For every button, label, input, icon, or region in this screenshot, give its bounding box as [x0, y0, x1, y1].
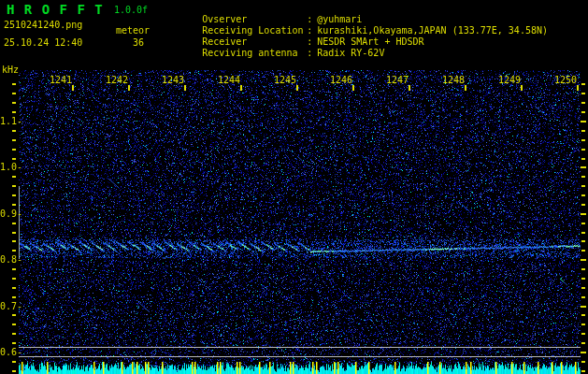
info-value: @yuhmari: [317, 14, 362, 24]
time-tick: [128, 85, 130, 91]
time-tick: [521, 85, 523, 91]
hrofft-screen: H R O F F T 1.0.0f 2510241240.png meteor…: [0, 0, 588, 374]
freq-minor-tick-right: [581, 111, 585, 113]
freq-minor-tick-left: [12, 314, 16, 316]
freq-minor-tick-right: [581, 361, 585, 363]
freq-minor-tick-right: [581, 333, 585, 335]
freq-label: 0.8-: [0, 255, 18, 265]
freq-minor-tick-left: [12, 149, 16, 151]
freq-minor-tick-left: [12, 204, 16, 206]
event-count: 36: [133, 38, 144, 48]
freq-minor-tick-left: [12, 268, 16, 270]
time-label: 1245: [273, 76, 297, 85]
time-label: 1250: [553, 76, 578, 85]
freq-minor-tick-right: [581, 342, 585, 344]
time-tick: [352, 85, 354, 91]
info-colon: :: [307, 48, 312, 59]
filename-label: 2510241240.png: [4, 21, 82, 30]
freq-minor-tick-right: [581, 314, 585, 316]
time-tick: [240, 85, 242, 91]
freq-minor-tick-left: [12, 158, 16, 160]
time-label: 1242: [105, 76, 129, 85]
freq-minor-tick-left: [12, 111, 16, 113]
info-label: Receiving Location: [202, 25, 307, 36]
freq-major-tick-right: [581, 121, 586, 122]
observer-info-table: Ovserver:@yuhmari Receiving Location:kur…: [168, 3, 548, 48]
freq-label: 1.0-: [0, 163, 18, 172]
freq-minor-tick-right: [581, 278, 585, 280]
freq-label: 0.7-: [0, 302, 18, 311]
freq-minor-tick-left: [12, 278, 16, 280]
info-value: Radix RY-62V: [317, 48, 384, 58]
info-colon: :: [307, 14, 312, 25]
info-colon: :: [307, 36, 312, 48]
time-tick: [577, 85, 579, 91]
freq-minor-tick-right: [581, 287, 585, 289]
freq-minor-tick-left: [12, 370, 16, 372]
time-label: 1241: [49, 76, 73, 85]
freq-minor-tick-right: [581, 232, 585, 234]
freq-minor-tick-left: [12, 194, 16, 196]
info-value: kurashiki,Okayama,JAPAN (133.77E, 34.58N…: [317, 25, 548, 36]
freq-major-tick-right: [581, 306, 586, 308]
time-tick: [184, 85, 186, 91]
freq-minor-tick-left: [12, 223, 16, 224]
freq-minor-tick-right: [581, 223, 585, 224]
freq-minor-tick-right: [581, 324, 585, 325]
freq-minor-tick-left: [12, 83, 16, 85]
freq-minor-tick-right: [581, 158, 585, 160]
version-label: 1.0.0f: [114, 6, 148, 15]
info-label: Receiver: [202, 36, 307, 48]
freq-unit-label: kHz: [2, 65, 19, 75]
freq-minor-tick-right: [581, 102, 585, 104]
info-label: Ovserver: [202, 14, 307, 25]
freq-minor-tick-left: [12, 342, 16, 344]
freq-label: 0.6-: [0, 348, 18, 357]
info-row: Ovserver:@yuhmari: [168, 3, 548, 14]
time-label: 1243: [161, 76, 185, 85]
time-label: 1246: [329, 76, 353, 85]
freq-minor-tick-left: [12, 250, 16, 252]
freq-major-tick-right: [581, 166, 586, 168]
freq-minor-tick-left: [12, 176, 16, 178]
freq-minor-tick-left: [12, 139, 16, 141]
freq-minor-tick-right: [581, 204, 585, 206]
time-tick: [72, 85, 74, 91]
time-tick: [409, 85, 410, 91]
freq-minor-tick-left: [12, 240, 16, 242]
freq-minor-tick-left: [12, 333, 16, 335]
freq-minor-tick-right: [581, 194, 585, 196]
freq-minor-tick-right: [581, 185, 585, 187]
info-colon: :: [307, 25, 312, 36]
spectrogram-canvas: [19, 70, 581, 374]
freq-minor-tick-right: [581, 370, 585, 372]
freq-minor-tick-right: [581, 130, 585, 132]
freq-major-tick-right: [581, 352, 586, 353]
time-label: 1244: [217, 76, 241, 85]
freq-minor-tick-left: [12, 185, 16, 187]
freq-minor-tick-right: [581, 240, 585, 242]
freq-minor-tick-left: [12, 93, 16, 94]
freq-label: 0.9-: [0, 209, 18, 219]
freq-minor-tick-left: [12, 102, 16, 104]
freq-minor-tick-left: [12, 287, 16, 289]
freq-minor-tick-right: [581, 149, 585, 151]
freq-minor-tick-right: [581, 83, 585, 85]
freq-minor-tick-right: [581, 296, 585, 298]
freq-minor-tick-left: [12, 296, 16, 298]
freq-minor-tick-left: [12, 130, 16, 132]
freq-major-tick-right: [581, 259, 586, 261]
app-title: H R O F F T: [7, 3, 104, 16]
freq-major-tick-right: [581, 213, 586, 215]
freq-label: 1.1-: [0, 117, 18, 126]
freq-minor-tick-right: [581, 93, 585, 94]
freq-minor-tick-left: [12, 361, 16, 363]
freq-minor-tick-right: [581, 176, 585, 178]
time-label: 1249: [497, 76, 522, 85]
info-label: Recviving antenna: [202, 48, 307, 59]
time-tick: [296, 85, 298, 91]
info-value: NESDR SMArt + HDSDR: [317, 36, 423, 47]
freq-minor-tick-left: [12, 232, 16, 234]
time-label: 1247: [385, 76, 409, 85]
freq-minor-tick-right: [581, 268, 585, 270]
